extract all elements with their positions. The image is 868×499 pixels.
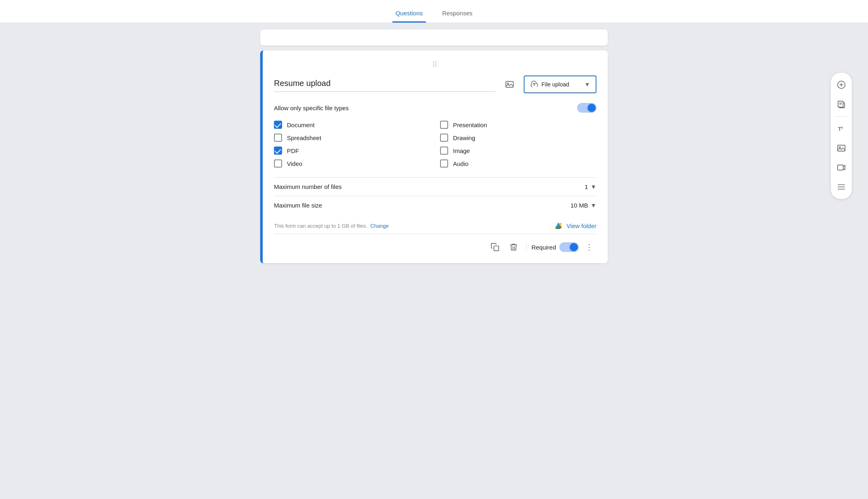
checkbox-image-box: [440, 147, 448, 155]
add-question-sidebar-button[interactable]: [832, 76, 850, 94]
copy-icon: [491, 243, 499, 252]
checkbox-pdf-box: [274, 147, 282, 155]
checkbox-presentation-box: [440, 121, 448, 129]
delete-button[interactable]: [506, 239, 521, 255]
import-questions-sidebar-button[interactable]: [832, 95, 850, 113]
required-row: Required: [531, 242, 579, 252]
main-content: ⠿ File upload ▼ Al: [260, 23, 608, 263]
required-toggle-thumb: [570, 243, 578, 251]
checkbox-audio-label: Audio: [453, 160, 468, 167]
add-title-sidebar-button[interactable]: T T: [832, 120, 850, 138]
question-type-dropdown[interactable]: File upload ▼: [524, 75, 596, 93]
max-files-dropdown[interactable]: 1 ▼: [585, 183, 596, 190]
video-sidebar-icon: [837, 163, 846, 172]
svg-rect-13: [838, 165, 843, 170]
svg-rect-0: [506, 82, 513, 88]
import-icon: [837, 100, 846, 109]
checkbox-drawing[interactable]: Drawing: [440, 134, 596, 142]
add-section-sidebar-button[interactable]: [832, 178, 850, 196]
image-sidebar-icon: [837, 144, 846, 153]
checkbox-document-box: [274, 121, 282, 129]
svg-rect-11: [838, 145, 845, 151]
footer-info-row: This form can accept up to 1 GB of files…: [274, 214, 596, 234]
allow-file-types-row: Allow only specific file types: [274, 103, 596, 113]
max-size-dropdown[interactable]: 10 MB ▼: [571, 202, 596, 209]
checkbox-image[interactable]: Image: [440, 147, 596, 155]
question-card: ⠿ File upload ▼ Al: [260, 50, 608, 263]
checkbox-drawing-label: Drawing: [453, 134, 475, 141]
required-toggle-track: [559, 242, 579, 252]
required-toggle[interactable]: [559, 242, 579, 252]
max-size-label: Maximum file size: [274, 202, 322, 209]
add-image-sidebar-button[interactable]: [832, 139, 850, 157]
checkbox-audio[interactable]: Audio: [440, 159, 596, 168]
checkbox-presentation[interactable]: Presentation: [440, 121, 596, 129]
sidebar-divider-1: [836, 116, 847, 117]
max-size-value: 10 MB: [571, 202, 588, 209]
max-size-row: Maximum file size 10 MB ▼: [274, 196, 596, 214]
add-image-button[interactable]: [502, 77, 517, 92]
checkbox-pdf[interactable]: PDF: [274, 147, 430, 155]
max-files-value: 1: [585, 183, 588, 190]
svg-text:T: T: [841, 126, 843, 130]
drag-handle[interactable]: ⠿: [274, 60, 596, 69]
more-options-button[interactable]: ⋮: [582, 239, 596, 255]
section-sidebar-icon: [837, 182, 846, 191]
right-sidebar: T T: [831, 73, 852, 199]
allow-file-types-label: Allow only specific file types: [274, 105, 349, 111]
checkbox-presentation-label: Presentation: [453, 122, 487, 128]
toggle-track: [577, 103, 596, 113]
chevron-down-icon: ▼: [584, 81, 590, 88]
card-header: File upload ▼: [274, 75, 596, 93]
max-files-label: Maximum number of files: [274, 183, 342, 190]
text-format-icon: T T: [837, 124, 846, 133]
toggle-thumb: [588, 104, 596, 112]
card-footer-actions: Required ⋮: [274, 234, 596, 257]
checkbox-document-label: Document: [287, 122, 314, 128]
view-folder-button[interactable]: View folder: [554, 221, 596, 231]
previous-card: [260, 29, 608, 46]
trash-icon: [509, 243, 518, 252]
checkbox-spreadsheet[interactable]: Spreadsheet: [274, 134, 430, 142]
max-files-chevron-icon: ▼: [590, 183, 596, 190]
question-title-input[interactable]: [274, 77, 495, 92]
tab-responses[interactable]: Responses: [439, 5, 476, 23]
tab-questions[interactable]: Questions: [392, 5, 426, 23]
duplicate-button[interactable]: [487, 239, 503, 255]
checkbox-video[interactable]: Video: [274, 159, 430, 168]
checkbox-video-box: [274, 159, 282, 168]
change-storage-link[interactable]: Change: [370, 223, 389, 229]
footer-divider: [526, 242, 527, 252]
checkbox-pdf-label: PDF: [287, 147, 299, 154]
max-files-row: Maximum number of files 1 ▼: [274, 177, 596, 196]
google-drive-icon: [554, 221, 563, 231]
allow-file-types-toggle[interactable]: [577, 103, 596, 113]
checkbox-image-label: Image: [453, 147, 470, 154]
storage-info-text: This form can accept up to 1 GB of files…: [274, 223, 389, 229]
checkbox-document[interactable]: Document: [274, 121, 430, 129]
svg-rect-2: [494, 246, 499, 251]
image-icon: [505, 80, 514, 89]
checkbox-spreadsheet-label: Spreadsheet: [287, 134, 321, 141]
checkbox-spreadsheet-box: [274, 134, 282, 142]
file-type-checkbox-grid: Document Presentation Spreadsheet Drawin…: [274, 121, 596, 168]
drag-dots-icon: ⠿: [432, 60, 438, 69]
plus-circle-icon: [837, 80, 846, 89]
upload-cloud-icon: [530, 80, 538, 88]
type-dropdown-label: File upload: [541, 81, 581, 88]
checkbox-video-label: Video: [287, 160, 302, 167]
add-video-sidebar-button[interactable]: [832, 159, 850, 176]
max-size-chevron-icon: ▼: [590, 202, 596, 209]
required-label: Required: [531, 244, 556, 251]
checkbox-audio-box: [440, 159, 448, 168]
top-tabs-bar: Questions Responses: [0, 0, 868, 23]
view-folder-label: View folder: [567, 222, 596, 229]
checkbox-drawing-box: [440, 134, 448, 142]
